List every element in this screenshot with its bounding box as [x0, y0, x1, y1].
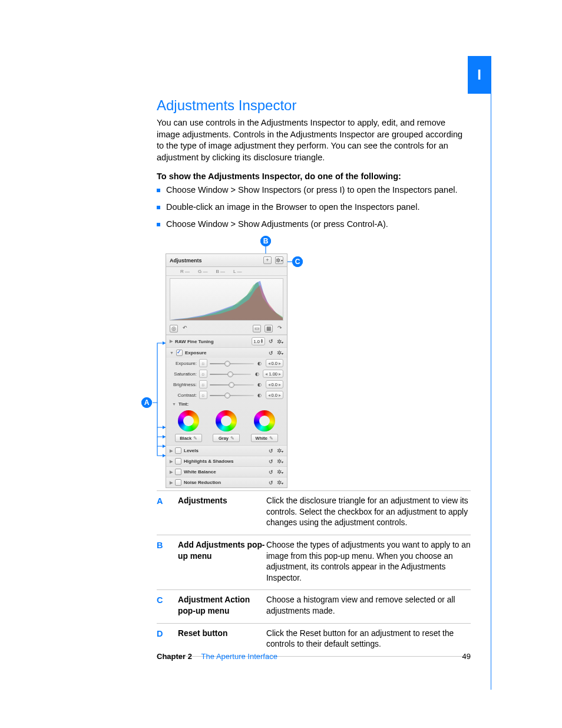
section-action-button[interactable]: ✲▾: [277, 350, 283, 356]
section-label: Noise Reduction: [184, 480, 221, 485]
instruction-item: Choose Window > Show Inspectors (or pres…: [166, 185, 457, 196]
add-adjustments-button[interactable]: +: [263, 256, 272, 264]
callout-badge-c: C: [292, 256, 303, 267]
section-label: Exposure: [185, 350, 206, 355]
callout-desc: Click the Reset button for an adjustment…: [266, 628, 471, 650]
callout-name: Reset button: [178, 628, 266, 650]
section-tab: I: [468, 56, 491, 94]
section-action-button[interactable]: ✲▾: [277, 338, 283, 345]
bullet-icon: [157, 189, 160, 192]
panel-title: Adjustments: [170, 258, 202, 263]
callout-desc: Choose a histogram view and remove selec…: [266, 595, 471, 617]
loupe-button[interactable]: ◎: [170, 325, 178, 332]
chapter-title: The Aperture Interface: [201, 652, 277, 661]
channel-r: R: [180, 269, 190, 274]
table-row: C Adjustment Action pop-up menu Choose a…: [157, 590, 471, 623]
enable-checkbox[interactable]: [175, 458, 181, 465]
callout-letter: D: [157, 628, 178, 650]
reset-button[interactable]: ↺: [269, 338, 273, 344]
tint-picker-gray[interactable]: Gray✎: [213, 434, 240, 442]
tint-wheel-gray[interactable]: [216, 410, 237, 431]
callout-table: A Adjustments Click the disclosure trian…: [157, 490, 471, 657]
callout-badge-b: B: [260, 236, 271, 246]
bullet-icon: [157, 206, 160, 209]
disclosure-triangle-icon: ▶: [170, 339, 173, 344]
callout-letter: B: [157, 540, 178, 584]
section-action-button[interactable]: ✲▾: [277, 479, 283, 486]
channel-g: G: [198, 269, 207, 274]
tint-wheel-black[interactable]: [178, 410, 199, 431]
reset-button[interactable]: ↺: [269, 448, 273, 454]
tint-buttons: Black✎ Gray✎ White✎: [166, 433, 287, 445]
section-noise-reduction[interactable]: ▶Noise Reduction↺✲▾: [166, 477, 287, 487]
enable-checkbox[interactable]: [175, 447, 181, 454]
disclosure-triangle-icon: ▼: [172, 402, 176, 406]
instruction-item: Double-click an image in the Browser to …: [166, 202, 419, 213]
param-icon: ☼: [199, 380, 207, 388]
channel-b: B: [216, 269, 225, 274]
value-stepper-contrast[interactable]: ◂0.0▸: [266, 391, 283, 399]
raw-version-stepper[interactable]: 1.0 ▴▾: [252, 337, 265, 345]
disclosure-triangle-icon: ▶: [170, 470, 173, 475]
reset-button[interactable]: ↺: [269, 350, 273, 356]
adjustments-inspector-figure: A B C D Adjustments: [133, 236, 322, 483]
callout-name: Add Adjustments pop-up menu: [178, 540, 266, 584]
tint-header[interactable]: ▼ Tint:: [166, 400, 287, 408]
shadow-clip-button[interactable]: ▭: [253, 325, 261, 332]
reset-button[interactable]: ↺: [269, 469, 273, 475]
adjustment-action-button[interactable]: ✲▾: [275, 256, 283, 264]
instruction-item: Choose Window > Show Adjustments (or pre…: [166, 219, 388, 230]
bullet-icon: [157, 223, 160, 226]
param-icon: ☼: [199, 359, 207, 367]
eyedropper-icon: ✎: [269, 436, 273, 441]
slider-saturation[interactable]: [210, 371, 251, 377]
param-contrast: Contrast:☼◐◂0.0▸: [166, 390, 287, 400]
disclosure-triangle-icon: ▶: [170, 449, 173, 453]
section-highlights-shadows[interactable]: ▶Highlights & Shadows↺✲▾: [166, 456, 287, 466]
tint-wheels: [166, 408, 287, 433]
param-end-icon: ◐: [256, 360, 263, 367]
undo-icon[interactable]: ↶: [181, 325, 189, 331]
callout-desc: Choose the types of adjustments you want…: [266, 540, 471, 584]
enable-checkbox[interactable]: [175, 469, 181, 475]
chevron-down-icon: ▾: [281, 259, 283, 262]
section-white-balance[interactable]: ▶White Balance↺✲▾: [166, 466, 287, 477]
value-stepper-exposure[interactable]: ◂0.0▸: [266, 359, 283, 367]
callout-letter: C: [157, 595, 178, 617]
tint-picker-black[interactable]: Black✎: [175, 434, 202, 442]
slider-brightness[interactable]: [210, 381, 254, 387]
histogram-toolbar: ◎ ↶ ▭ ▩ ↷: [166, 323, 287, 335]
param-exposure: Exposure:☼◐◂0.0▸: [166, 358, 287, 368]
section-action-button[interactable]: ✲▾: [277, 458, 283, 465]
tint-picker-white[interactable]: White✎: [251, 434, 278, 442]
enable-checkbox[interactable]: [175, 479, 181, 486]
section-action-button[interactable]: ✲▾: [277, 447, 283, 454]
slider-contrast[interactable]: [210, 392, 254, 398]
histogram: [170, 278, 283, 321]
callout-name: Adjustment Action pop-up menu: [178, 595, 266, 617]
param-brightness: Brightness:☼◐◂0.0▸: [166, 379, 287, 390]
eyedropper-icon: ✎: [230, 436, 234, 441]
param-end-icon: ◐: [256, 391, 263, 398]
section-action-button[interactable]: ✲▾: [277, 469, 283, 475]
tint-wheel-white[interactable]: [254, 410, 275, 431]
table-row: B Add Adjustments pop-up menu Choose the…: [157, 535, 471, 591]
value-stepper-brightness[interactable]: ◂0.0▸: [266, 380, 283, 388]
section-label: Levels: [184, 448, 199, 453]
section-exposure[interactable]: ▼ Exposure ↺ ✲▾: [166, 347, 287, 358]
value-stepper-saturation[interactable]: ◂1.00▸: [263, 370, 283, 378]
section-levels[interactable]: ▶Levels↺✲▾: [166, 445, 287, 456]
gear-icon: ✲: [276, 258, 280, 263]
redo-icon[interactable]: ↷: [276, 325, 283, 331]
reset-button[interactable]: ↺: [269, 459, 273, 465]
reset-button[interactable]: ↺: [269, 480, 273, 486]
param-label: Brightness:: [170, 382, 197, 387]
slider-exposure[interactable]: [210, 360, 254, 366]
disclosure-triangle-icon: ▶: [170, 480, 173, 485]
highlight-clip-button[interactable]: ▩: [265, 325, 273, 332]
section-label: RAW Fine Tuning: [175, 339, 214, 344]
enable-checkbox[interactable]: [176, 350, 183, 356]
intro-paragraph: You can use controls in the Adjustments …: [157, 117, 471, 163]
section-raw-fine-tuning[interactable]: ▶ RAW Fine Tuning 1.0 ▴▾ ↺ ✲▾: [166, 335, 287, 347]
disclosure-triangle-icon: ▶: [170, 459, 173, 464]
